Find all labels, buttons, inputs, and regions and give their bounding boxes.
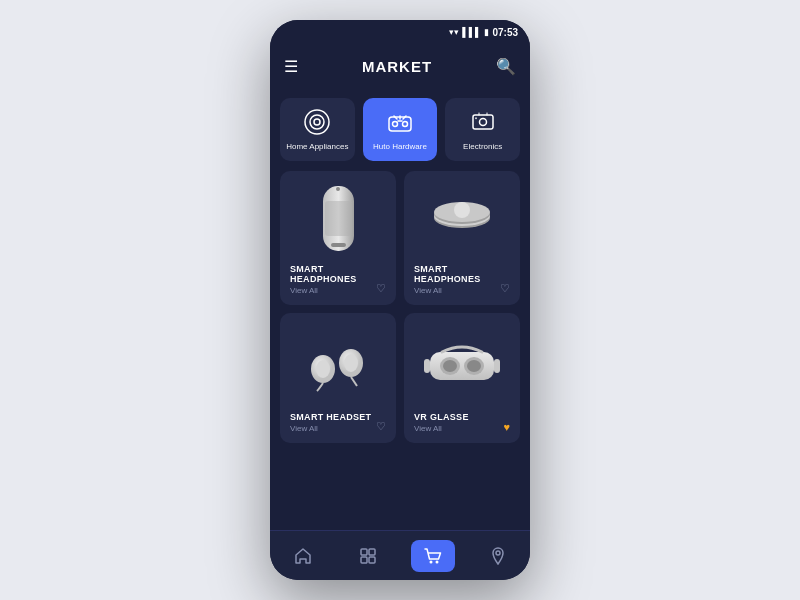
- product-image-puck: [414, 181, 510, 256]
- svg-rect-31: [369, 557, 375, 563]
- product-grid: SMART HEADPHONES View All ♡: [280, 171, 520, 453]
- svg-point-25: [467, 360, 481, 372]
- app-header: ☰ MARKET 🔍: [270, 44, 530, 88]
- svg-point-0: [305, 110, 329, 134]
- auto-hardware-icon: [386, 108, 414, 136]
- search-icon[interactable]: 🔍: [496, 57, 516, 76]
- product-view-all-3[interactable]: View All: [290, 424, 386, 433]
- speaker-image: [311, 181, 366, 256]
- product-image-earbuds: [290, 323, 386, 404]
- svg-rect-28: [361, 549, 367, 555]
- heart-icon-2[interactable]: ♡: [500, 282, 510, 295]
- product-name-1: SMART HEADPHONES: [290, 264, 386, 284]
- heart-icon-3[interactable]: ♡: [376, 420, 386, 433]
- svg-point-24: [443, 360, 457, 372]
- svg-rect-11: [331, 243, 346, 247]
- main-content: Home Appliances Huto Hardware: [270, 88, 530, 530]
- heart-icon-1[interactable]: ♡: [376, 282, 386, 295]
- svg-rect-29: [369, 549, 375, 555]
- phone-frame: ▾▾ ▌▌▌ ▮ 07:53 ☰ MARKET 🔍 Home Appliance…: [270, 20, 530, 580]
- category-list: Home Appliances Huto Hardware: [280, 98, 520, 161]
- svg-rect-21: [430, 352, 494, 380]
- svg-point-4: [393, 122, 398, 127]
- puck-image: [430, 186, 495, 251]
- home-nav-icon: [293, 546, 313, 566]
- svg-point-18: [316, 360, 330, 378]
- category-auto-hardware[interactable]: Huto Hardware: [363, 98, 438, 161]
- category-home-appliances[interactable]: Home Appliances: [280, 98, 355, 161]
- svg-rect-27: [494, 359, 500, 373]
- product-view-all-4[interactable]: View All: [414, 424, 510, 433]
- battery-icon: ▮: [484, 27, 489, 37]
- svg-point-1: [310, 115, 324, 129]
- svg-point-33: [435, 560, 438, 563]
- nav-cart[interactable]: [411, 540, 455, 572]
- status-icons: ▾▾ ▌▌▌ ▮ 07:53: [449, 27, 518, 38]
- vr-image: [422, 334, 502, 394]
- product-card-vr-glasse[interactable]: VR GLASSE View All ♥: [404, 313, 520, 443]
- svg-rect-9: [325, 201, 352, 236]
- svg-point-16: [454, 202, 470, 218]
- status-time: 07:53: [492, 27, 518, 38]
- nav-home[interactable]: [281, 540, 325, 572]
- location-nav-icon: [488, 546, 508, 566]
- app-title: MARKET: [362, 58, 432, 75]
- product-image-speaker: [290, 181, 386, 256]
- nav-grid[interactable]: [346, 540, 390, 572]
- nav-location[interactable]: [476, 540, 520, 572]
- svg-point-2: [314, 119, 320, 125]
- home-appliances-icon: [303, 108, 331, 136]
- svg-point-32: [429, 560, 432, 563]
- product-name-2: SMART HEADPHONES: [414, 264, 510, 284]
- svg-point-10: [336, 187, 340, 191]
- svg-point-7: [479, 119, 486, 126]
- product-name-3: SMART HEADSET: [290, 412, 386, 422]
- svg-rect-26: [424, 359, 430, 373]
- svg-rect-6: [473, 115, 493, 129]
- product-image-vr: [414, 323, 510, 404]
- product-card-smart-headphones-2[interactable]: SMART HEADPHONES View All ♡: [404, 171, 520, 305]
- hamburger-icon[interactable]: ☰: [284, 57, 298, 76]
- product-view-all-2[interactable]: View All: [414, 286, 510, 295]
- signal-icon: ▌▌▌: [462, 27, 481, 37]
- cart-nav-icon: [423, 546, 443, 566]
- svg-rect-30: [361, 557, 367, 563]
- product-card-smart-headset[interactable]: SMART HEADSET View All ♡: [280, 313, 396, 443]
- electronics-icon: [469, 108, 497, 136]
- heart-icon-4[interactable]: ♥: [503, 421, 510, 433]
- svg-point-34: [496, 551, 500, 555]
- category-home-appliances-label: Home Appliances: [286, 142, 348, 151]
- bottom-nav: [270, 530, 530, 580]
- svg-point-20: [344, 354, 358, 372]
- product-name-4: VR GLASSE: [414, 412, 510, 422]
- grid-nav-icon: [358, 546, 378, 566]
- category-auto-hardware-label: Huto Hardware: [373, 142, 427, 151]
- wifi-icon: ▾▾: [449, 27, 459, 37]
- product-card-smart-headphones-1[interactable]: SMART HEADPHONES View All ♡: [280, 171, 396, 305]
- product-view-all-1[interactable]: View All: [290, 286, 386, 295]
- category-electronics[interactable]: Electronics: [445, 98, 520, 161]
- category-electronics-label: Electronics: [463, 142, 502, 151]
- svg-point-5: [403, 122, 408, 127]
- earbuds-image: [301, 331, 376, 396]
- status-bar: ▾▾ ▌▌▌ ▮ 07:53: [270, 20, 530, 44]
